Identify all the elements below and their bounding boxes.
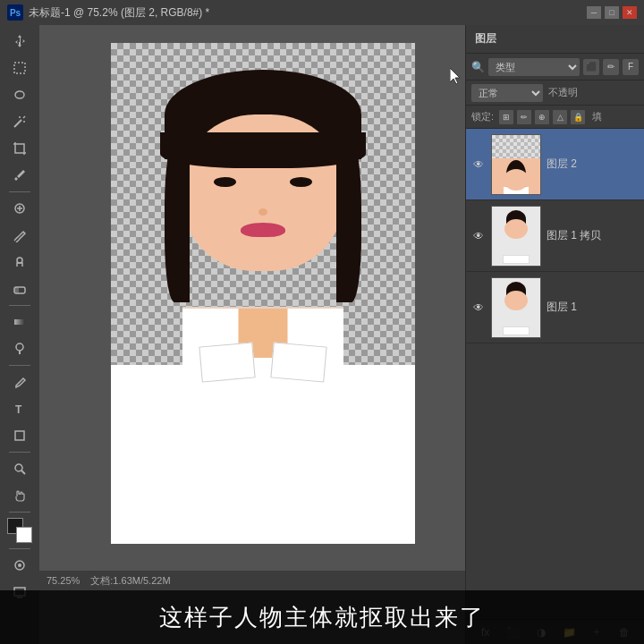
window-title: 未标题-1 @ 75.2% (图层 2, RGB/8#) * — [29, 5, 209, 21]
dodge-tool[interactable] — [7, 336, 32, 361]
toolbar-divider-4 — [9, 452, 30, 453]
zoom-level: 75.25% — [47, 575, 80, 586]
eraser-tool[interactable] — [7, 276, 32, 301]
svg-text:T: T — [15, 403, 22, 416]
layer-filter-icon1[interactable]: ⬛ — [583, 59, 599, 75]
svg-point-13 — [16, 343, 23, 351]
quick-mask-button[interactable] — [7, 553, 32, 578]
svg-rect-0 — [14, 63, 25, 73]
svg-rect-11 — [14, 287, 19, 293]
brush-tool[interactable] — [7, 223, 32, 248]
svg-point-17 — [15, 464, 22, 471]
app-area: T — [0, 25, 644, 644]
layer-item[interactable]: 👁 图层 2 — [466, 129, 644, 200]
lasso-tool[interactable] — [7, 82, 32, 107]
layers-title-text: 图层 — [475, 31, 496, 47]
minimize-button[interactable]: ─ — [587, 6, 601, 19]
layer-thumbnail — [491, 206, 541, 267]
subtitle-text: 这样子人物主体就抠取出来了 — [159, 602, 485, 633]
layer-filter-icon3[interactable]: F — [623, 59, 639, 75]
toolbar-divider-1 — [9, 191, 30, 192]
search-icon: 🔍 — [471, 61, 485, 73]
toolbar-divider-6 — [9, 548, 30, 549]
lock-label: 锁定: — [471, 110, 494, 123]
move-tool[interactable] — [7, 29, 32, 54]
svg-point-20 — [18, 564, 21, 567]
crop-tool[interactable] — [7, 136, 32, 161]
eyedropper-tool[interactable] — [7, 163, 32, 188]
lock-row: 锁定: ⊞ ✏ ⊕ △ 🔒 填 — [466, 106, 644, 129]
layer-type-filter[interactable]: 类型 — [488, 58, 580, 76]
lock-artboard-btn[interactable]: △ — [553, 110, 567, 124]
layer-visibility-icon[interactable]: 👁 — [471, 301, 486, 315]
gradient-tool[interactable] — [7, 309, 32, 335]
svg-rect-12 — [14, 319, 25, 325]
canvas-wrapper — [111, 43, 415, 544]
title-bar-controls: ─ □ ✕ — [587, 6, 637, 19]
toolbar-divider-2 — [9, 305, 30, 306]
layer-name: 图层 1 拷贝 — [547, 228, 639, 243]
layer-thumbnail — [491, 134, 541, 195]
layer-visibility-icon[interactable]: 👁 — [471, 157, 486, 172]
portrait-image — [138, 52, 388, 481]
svg-point-1 — [15, 91, 24, 98]
zoom-tool[interactable] — [7, 456, 32, 481]
lock-position-btn[interactable]: ⊕ — [535, 110, 549, 124]
lock-transparent-btn[interactable]: ⊞ — [499, 110, 513, 124]
close-button[interactable]: ✕ — [623, 6, 637, 19]
lock-pixels-btn[interactable]: ✏ — [517, 110, 531, 124]
marquee-tool[interactable] — [7, 55, 32, 80]
toolbar-divider-5 — [9, 512, 30, 513]
text-tool[interactable]: T — [7, 396, 32, 421]
blend-mode-select[interactable]: 正常 — [471, 84, 543, 102]
layer-item[interactable]: 👁 图层 1 拷贝 — [466, 200, 644, 272]
canvas-area — [39, 25, 465, 644]
toolbar-divider-3 — [9, 365, 30, 366]
layers-panel-title: 图层 — [466, 25, 644, 54]
svg-rect-16 — [15, 431, 24, 440]
doc-info: 文档:1.63M/5.22M — [90, 574, 170, 588]
title-bar-left: Ps 未标题-1 @ 75.2% (图层 2, RGB/8#) * — [7, 4, 209, 21]
fill-label: 填 — [592, 110, 602, 124]
svg-line-4 — [23, 116, 25, 118]
color-swatch[interactable] — [7, 518, 32, 543]
svg-line-2 — [14, 120, 21, 127]
status-bar: 75.25% 文档:1.63M/5.22M — [39, 571, 465, 590]
layers-panel: 图层 🔍 类型 ⬛ ✏ F 正常 不透明 锁定: ⊞ ✏ ⊕ △ — [465, 25, 644, 644]
hand-tool[interactable] — [7, 483, 32, 508]
svg-point-9 — [17, 258, 22, 263]
shape-tool[interactable] — [7, 423, 32, 448]
layer-filter-icon2[interactable]: ✏ — [603, 59, 619, 75]
clone-stamp-tool[interactable] — [7, 250, 32, 275]
lock-icons: ⊞ ✏ ⊕ △ 🔒 填 — [499, 110, 602, 124]
layers-list: 👁 图层 2 👁 — [466, 129, 644, 619]
left-toolbar: T — [0, 25, 39, 644]
layer-item[interactable]: 👁 图层 1 — [466, 272, 644, 343]
layers-filter-row: 🔍 类型 ⬛ ✏ F — [466, 54, 644, 80]
subtitle-bar: 这样子人物主体就抠取出来了 — [0, 590, 644, 644]
background-color[interactable] — [16, 527, 32, 543]
pen-tool[interactable] — [7, 369, 32, 394]
opacity-label: 不透明 — [548, 86, 578, 99]
layer-thumbnail — [491, 277, 541, 338]
maximize-button[interactable]: □ — [605, 6, 619, 19]
magic-wand-tool[interactable] — [7, 109, 32, 134]
lock-all-btn[interactable]: 🔒 — [571, 110, 585, 124]
svg-line-18 — [21, 470, 25, 474]
layer-name: 图层 2 — [547, 157, 639, 172]
heal-tool[interactable] — [7, 196, 32, 221]
blend-mode-row: 正常 不透明 — [466, 80, 644, 106]
title-bar: Ps 未标题-1 @ 75.2% (图层 2, RGB/8#) * ─ □ ✕ — [0, 0, 644, 25]
layer-name: 图层 1 — [547, 300, 639, 315]
layer-visibility-icon[interactable]: 👁 — [471, 229, 486, 243]
ps-icon: Ps — [7, 4, 23, 21]
